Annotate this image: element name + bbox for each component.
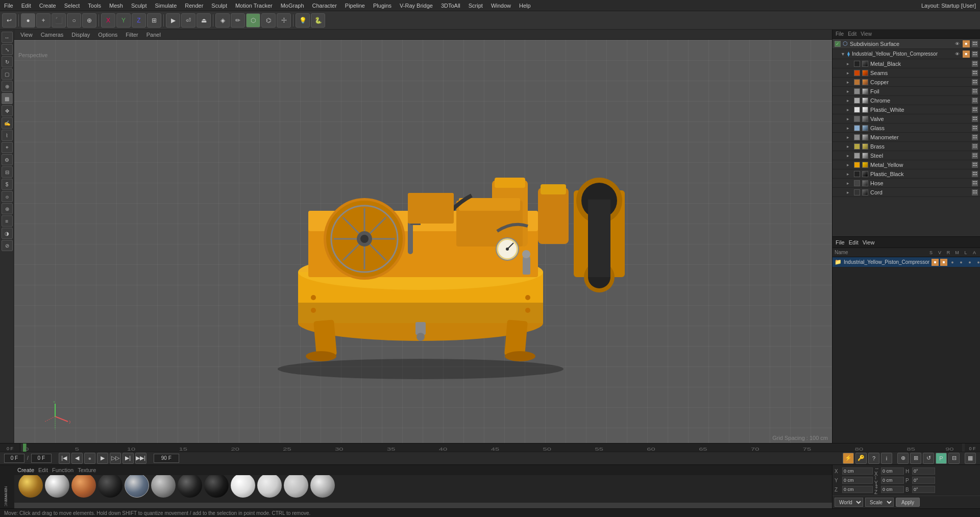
render-settings[interactable]: ⬡ <box>246 13 260 28</box>
mat-ball-chrome[interactable]: chrome_ <box>45 475 69 498</box>
coord-p-val[interactable] <box>912 477 935 484</box>
scale-select[interactable]: Scale <box>865 498 894 507</box>
timeline-view-btn[interactable]: ▦ <box>965 453 976 464</box>
viewport-tab-filter[interactable]: Filter <box>121 31 142 39</box>
tool-all[interactable]: ⊞ <box>147 13 161 28</box>
mat-ball-plastic-light[interactable]: plastic_l <box>231 475 255 498</box>
mat-item-brass[interactable]: ▸ Brass <box>832 142 980 151</box>
menu-sculpt2[interactable]: Sculpt <box>207 3 231 9</box>
menu-vray[interactable]: V-Ray Bridge <box>396 3 437 9</box>
mode-points[interactable]: ● <box>21 13 35 28</box>
left-camera[interactable]: ⊘ <box>2 240 13 251</box>
frame-end-display[interactable] <box>154 454 179 463</box>
menu-script[interactable]: Script <box>464 3 487 9</box>
mat-shelf-edit[interactable]: Edit <box>38 467 48 473</box>
mat-item-chrome[interactable]: ▸ Chrome <box>832 96 980 105</box>
mode-edges[interactable]: + <box>36 13 51 28</box>
mat-shelf-texture[interactable]: Texture <box>78 467 96 473</box>
obj-file[interactable]: File <box>836 239 845 245</box>
anim-btn2[interactable]: ⏏ <box>197 13 211 28</box>
mat-ball-glass[interactable]: glass_m <box>125 475 149 498</box>
render-preview[interactable]: ◈ <box>215 13 230 28</box>
row-v-icon[interactable]: ■ <box>940 259 947 266</box>
left-move2[interactable]: ✥ <box>2 105 13 116</box>
record-btn[interactable]: ● <box>84 453 95 464</box>
mat-ball-metal-black[interactable]: Metal_B <box>178 475 202 498</box>
key-sel-btn[interactable]: 🔑 <box>855 453 867 464</box>
menu-window[interactable]: Window <box>487 3 515 9</box>
mat-ball-foil[interactable]: Foil_Boi <box>98 475 122 498</box>
mat-ball-steel[interactable]: steel_mi <box>310 475 335 498</box>
frame-total-input[interactable] <box>31 454 52 463</box>
menu-plugins[interactable]: Plugins <box>369 3 396 9</box>
coord-y-pos[interactable] <box>842 477 873 484</box>
goto-start-btn[interactable]: |◀ <box>59 453 70 464</box>
menu-select[interactable]: Select <box>60 3 84 9</box>
left-magnet[interactable]: ⌖ <box>2 142 13 153</box>
mat-item-metal-yellow[interactable]: ▸ Metal_Yellow <box>832 160 980 169</box>
menu-simulate[interactable]: Simulate <box>151 3 181 9</box>
snap3-btn[interactable]: ↺ <box>923 453 934 464</box>
mat-item-seams[interactable]: ▸ Seams <box>832 68 980 78</box>
obj-view[interactable]: View <box>863 239 875 245</box>
menu-mograph[interactable]: MoGraph <box>277 3 308 9</box>
menu-tools[interactable]: Tools <box>84 3 105 9</box>
left-tweak[interactable]: ⌾ <box>2 191 13 202</box>
left-checkerboard[interactable]: ▩ <box>2 93 13 104</box>
coord-h-val[interactable] <box>912 467 935 475</box>
snap-btn[interactable]: ⊕ <box>897 453 909 464</box>
mat-item-plastic-black[interactable]: ▸ Plastic_Black <box>832 169 980 179</box>
mode-poly[interactable]: ⬛ <box>52 13 66 28</box>
info-btn[interactable]: i <box>881 453 892 464</box>
subdiv-lock[interactable]: ■ <box>963 40 970 47</box>
frame-btn[interactable]: ▶ <box>166 13 180 28</box>
snap4-btn[interactable]: P <box>936 453 947 464</box>
menu-motion-tracker[interactable]: Motion Tracker <box>231 3 277 9</box>
object-item[interactable]: ▼ ⧫ Industrial_Yellow_Piston_Compressor … <box>832 49 980 59</box>
render-ir[interactable]: ☩ <box>277 13 291 28</box>
mat-ball-metal-black2[interactable]: Metal_B <box>204 475 229 498</box>
menu-3dtoall[interactable]: 3DToAll <box>437 3 464 9</box>
play-btn[interactable]: ▶ <box>97 453 108 464</box>
menu-create[interactable]: Create <box>35 3 60 9</box>
menu-pipeline[interactable]: Pipeline <box>341 3 369 9</box>
next-frame-btn[interactable]: ▶| <box>122 453 134 464</box>
mat-ball-seams[interactable]: seams_n <box>284 475 308 498</box>
mat-ball-manometer[interactable]: manomi <box>151 475 176 498</box>
menu-help[interactable]: Help <box>515 3 535 9</box>
goto-end-btn[interactable]: ▶▶| <box>135 453 146 464</box>
coord-b-val[interactable] <box>912 486 935 493</box>
left-pen[interactable]: ✍ <box>2 117 13 129</box>
left-brush[interactable]: ⚙ <box>2 154 13 165</box>
mode-scene[interactable]: ⊕ <box>82 13 96 28</box>
obj-lock[interactable]: ■ <box>963 51 970 58</box>
viewport-content[interactable]: Perspective Grid Spacing : 100 cm X Y <box>14 40 832 443</box>
left-rotate[interactable]: ↻ <box>2 56 13 67</box>
left-anim[interactable]: ◑ <box>2 228 13 239</box>
subdiv-checkbox[interactable]: ✓ <box>835 41 841 47</box>
tool-x[interactable]: X <box>101 13 115 28</box>
mat-shelf-create[interactable]: Create <box>17 467 34 473</box>
object-row-compressor[interactable]: 📁 Industrial_Yellow_Piston_Compressor ■ … <box>832 257 980 267</box>
snap5-btn[interactable]: ⊟ <box>948 453 960 464</box>
left-mirror[interactable]: ⊟ <box>2 166 13 178</box>
viewport-tab-display[interactable]: Display <box>67 31 94 39</box>
coord-y-rot[interactable] <box>881 477 904 484</box>
left-sculpt[interactable]: ⊛ <box>2 203 13 214</box>
world-select[interactable]: World <box>835 498 863 507</box>
obj-eye[interactable]: 👁 <box>953 51 961 58</box>
snap2-btn[interactable]: ⊞ <box>910 453 921 464</box>
left-sel2[interactable]: ⊕ <box>2 81 13 92</box>
render-btn[interactable]: ✏ <box>231 13 245 28</box>
render-to-pic[interactable]: ⌬ <box>261 13 276 28</box>
menu-edit[interactable]: Edit <box>17 3 35 9</box>
coord-z-rot[interactable] <box>881 486 904 493</box>
mat-item-steel[interactable]: ▸ Steel <box>832 151 980 160</box>
menu-character[interactable]: Character <box>308 3 341 9</box>
mat-ball-copper[interactable]: copper_ <box>71 475 96 498</box>
menu-render[interactable]: Render <box>181 3 207 9</box>
row-s-icon[interactable]: ■ <box>932 259 939 266</box>
tool-z[interactable]: Z <box>132 13 146 28</box>
viewport-tab-panel[interactable]: Panel <box>142 31 165 39</box>
left-move[interactable]: ↔ <box>2 32 13 43</box>
